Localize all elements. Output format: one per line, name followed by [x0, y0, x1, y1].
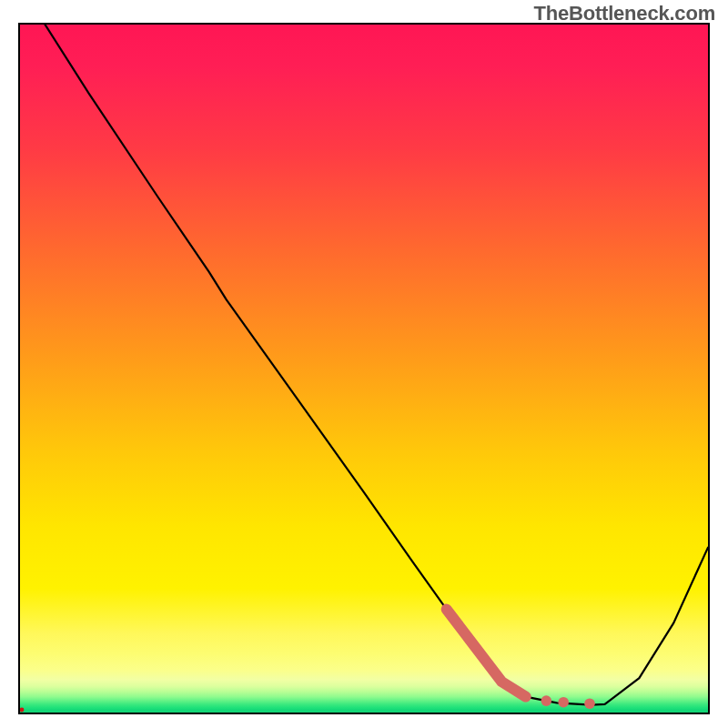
- plot-frame: [18, 23, 710, 714]
- marker-stroke: [447, 610, 526, 697]
- plot-area: [20, 25, 708, 713]
- bottleneck-curve: [41, 25, 708, 705]
- origin-dot: [20, 708, 24, 713]
- marker-dot-c: [584, 698, 595, 709]
- marker-dot-a: [541, 695, 552, 706]
- chart-container: TheBottleneck.com: [0, 0, 728, 728]
- marker-dots: [541, 695, 595, 709]
- overlay-svg: [20, 25, 708, 713]
- marker-dot-b: [558, 697, 569, 708]
